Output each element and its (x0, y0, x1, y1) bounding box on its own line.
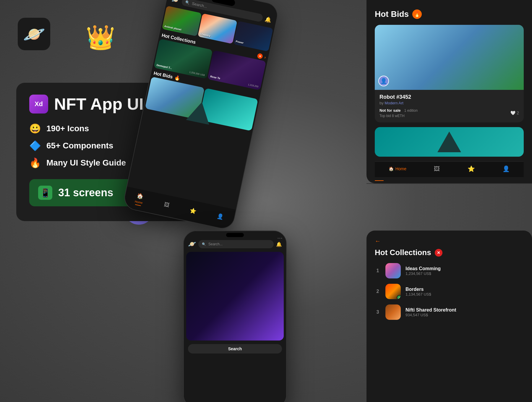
search-icon: 🔍 (185, 0, 190, 5)
nav-home-right[interactable]: 🏠 Home (389, 166, 406, 171)
nav-favorites[interactable]: ⭐ (189, 207, 197, 215)
profile-icon: 👤 (216, 213, 224, 220)
coll-avatar-ideas (385, 263, 401, 278)
nft-edition-text: 1 edition (404, 108, 418, 113)
style-label: Many UI Style Guide (46, 158, 126, 168)
screens-count: 31 screens (58, 187, 113, 199)
demopol-label: Demopol T... (156, 64, 172, 70)
xd-badge: Xd (29, 95, 48, 114)
nft-card-robot[interactable]: 👤 Robot #3452 by Modern Art Not for sale… (375, 25, 524, 122)
planet-icon: 🪐 (23, 24, 45, 45)
home-icon: 🏠 (136, 192, 144, 200)
nav-star-right[interactable]: ⭐ (468, 165, 475, 172)
bottom-search-icon: 🔍 (202, 242, 206, 246)
phone-screen: 🪐 🔍 Search... 🔔 Animal planet Shapery Po… (123, 0, 279, 230)
nft-creator: Modern Art (385, 101, 403, 105)
rank-1: 1 (375, 268, 381, 273)
panel-separator (366, 183, 532, 184)
coll-check-borders: ✓ (397, 295, 401, 299)
nav-gallery-right[interactable]: 🖼 (434, 166, 440, 172)
coll-name-nifti: Nifti Shared Storefront (406, 307, 524, 313)
rosete-price: 1,319,200 (248, 83, 259, 88)
nav-gallery[interactable]: 🖼 (163, 201, 170, 208)
rank-3: 3 (375, 309, 381, 315)
rank-2: 2 (375, 289, 381, 294)
nft-card-teal[interactable] (375, 127, 524, 157)
search-button[interactable]: Search (188, 344, 282, 354)
nft-edition (402, 108, 403, 113)
collection-item-3[interactable]: 3 Nifti Shared Storefront 934,547 US$ (375, 304, 524, 320)
app-icon: 🪐 (18, 18, 50, 50)
heart-count: 🤍 2 (510, 111, 519, 115)
search-placeholder: Search... (192, 1, 207, 9)
coll-name-ideas: Ideas Comming (406, 266, 524, 271)
crown-decoration: 👑 (86, 24, 115, 51)
components-emoji: 🔷 (29, 140, 41, 151)
nft-image-robot: 👤 (375, 25, 524, 90)
coll-info-nifti: Nifti Shared Storefront 934,547 US$ (406, 307, 524, 317)
back-button[interactable]: ← (375, 238, 524, 244)
phone-pill (226, 233, 244, 237)
home-label-right: Home (395, 166, 406, 171)
style-emoji: 🔥 (29, 157, 41, 168)
coll-name-borders: Borders (406, 287, 524, 292)
coll-price-borders: 1,134,567 US$ (406, 292, 524, 296)
coll-avatar-borders: ✓ (385, 284, 401, 299)
crown-emoji-icon: 👑 (86, 24, 115, 51)
animal-label: Animal planet (164, 25, 182, 31)
bottom-bell-icon: 🔔 (276, 241, 282, 247)
power-label: Power (236, 40, 244, 44)
hot-collections-badge: ✕ (435, 249, 442, 257)
hot-collections-title-row: Hot Collections ✕ (375, 248, 524, 257)
phone-bottom-screen: 🪐 🔍 Search... 🔔 ⋯ Search (184, 231, 286, 402)
nft-name: Robot #3452 (379, 94, 519, 100)
right-panel-nav: 🏠 Home 🖼 ⭐ 👤 (375, 161, 524, 177)
gallery-icon-right: 🖼 (434, 166, 440, 172)
hot-bids-flame: 🔥 (412, 9, 422, 19)
notification-icon: 🔔 (264, 16, 272, 23)
bottom-search-placeholder: Search... (208, 242, 223, 246)
phone-mockup-bottom: 🪐 🔍 Search... 🔔 ⋯ Search (183, 231, 287, 402)
creator-avatar: 👤 (378, 76, 389, 86)
coll-price-ideas: 1,234,567 US$ (406, 271, 524, 276)
chevron-right-icon[interactable]: › (264, 55, 266, 60)
right-panel-hot-collections: ← Hot Collections ✕ 1 Ideas Comming 1,23… (366, 231, 532, 402)
nav-home-label: Home (134, 200, 143, 205)
fire-icon: 🔥 (174, 74, 181, 81)
right-panel-hot-bids: Hot Bids 🔥 👤 Robot #3452 by Modern Art N… (366, 0, 532, 183)
nft-by: by Modern Art (379, 101, 519, 105)
collection-item-2[interactable]: 2 ✓ Borders 1,134,567 US$ (375, 284, 524, 299)
phone-planet-icon: 🪐 (171, 0, 181, 4)
coll-price-nifti: 934,547 US$ (406, 313, 524, 317)
icons-emoji: 😀 (29, 123, 41, 134)
nft-bid-text: Top bid 8 wETH (379, 114, 405, 118)
collections-dot: ✕ (257, 53, 263, 59)
coll-info-borders: Borders 1,134,567 US$ (406, 287, 524, 296)
nft-sale-row: Not for sale 1 edition Top bid 8 wETH 🤍 … (379, 108, 519, 118)
components-label: 65+ Components (46, 141, 113, 150)
icons-label: 190+ Icons (46, 124, 89, 133)
coll-avatar-nifti (385, 304, 401, 320)
phone-mockup-large: 🪐 🔍 Search... 🔔 Animal planet Shapery Po… (122, 0, 280, 231)
teal-nft-image (375, 127, 524, 157)
hot-bids-title-row: Hot Bids 🔥 (375, 9, 524, 19)
bottom-content-image: ⋯ (186, 252, 284, 341)
xd-label: Xd (35, 100, 43, 108)
hot-collections-panel-title: Hot Collections (375, 248, 431, 257)
nav-profile-right[interactable]: 👤 (502, 165, 510, 172)
home-icon-right: 🏠 (389, 166, 394, 171)
collection-item-1[interactable]: 1 Ideas Comming 1,234,567 US$ (375, 263, 524, 278)
nft-sale-label: Not for sale (379, 108, 401, 113)
bottom-planet-icon: 🪐 (188, 240, 196, 248)
mobile-icon: 📱 (40, 188, 51, 198)
star-icon: ⭐ (189, 207, 197, 215)
nav-profile[interactable]: 👤 (216, 213, 224, 220)
profile-icon-right: 👤 (502, 166, 510, 172)
screen-icon: 📱 (38, 186, 52, 200)
nft-card-info: Robot #3452 by Modern Art Not for sale 1… (375, 90, 524, 122)
coll-info-ideas: Ideas Comming 1,234,567 US$ (406, 266, 524, 276)
nav-home[interactable]: 🏠 Home (134, 192, 145, 206)
gallery-icon: 🖼 (163, 201, 170, 208)
hot-bids-panel-title: Hot Bids (375, 9, 409, 19)
bottom-search-bar[interactable]: 🔍 Search... (198, 240, 274, 248)
